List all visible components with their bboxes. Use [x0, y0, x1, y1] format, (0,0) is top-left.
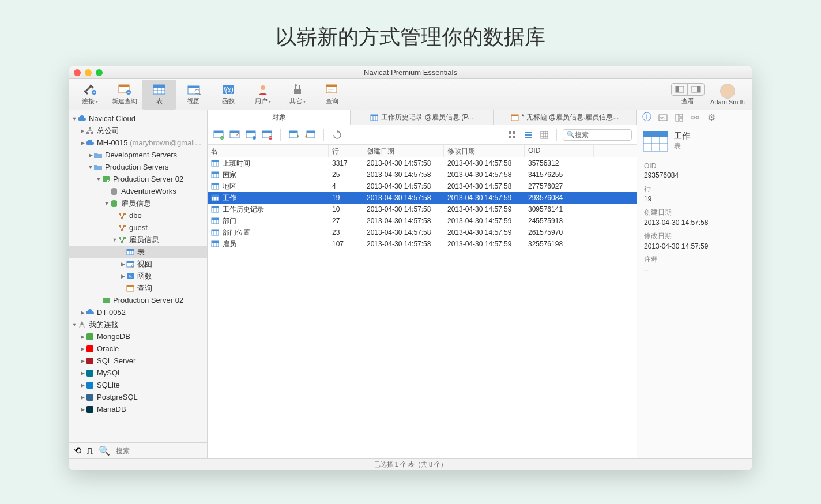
- user-button[interactable]: 用户▾: [246, 80, 280, 110]
- view-segment[interactable]: 查看: [671, 83, 705, 106]
- table-list[interactable]: 上班时间33172013-04-30 14:57:582013-04-30 14…: [208, 157, 637, 458]
- tree-item[interactable]: ▼雇员信息: [69, 197, 207, 209]
- settings-icon[interactable]: ⚙: [706, 112, 717, 123]
- tree-item[interactable]: ▶fx函数: [69, 270, 207, 282]
- table-row[interactable]: 部门272013-04-30 14:57:582013-04-30 14:57:…: [208, 215, 637, 227]
- view-left-icon[interactable]: [672, 84, 688, 95]
- table-button[interactable]: 表: [142, 80, 176, 110]
- svg-rect-99: [513, 131, 515, 134]
- svg-rect-67: [103, 298, 110, 303]
- col-oid[interactable]: OID: [525, 145, 594, 157]
- export-icon[interactable]: [304, 129, 317, 141]
- col-name[interactable]: 名: [208, 145, 329, 157]
- svg-rect-123: [212, 195, 219, 197]
- query-button[interactable]: 查询: [315, 80, 349, 110]
- function-button[interactable]: f(x) 函数: [211, 80, 246, 110]
- tree-item[interactable]: dbo: [69, 209, 207, 221]
- tree-item[interactable]: ▶MH-0015 (marybrown@gmail...: [69, 137, 207, 149]
- col-modified[interactable]: 修改日期: [444, 145, 525, 157]
- table-row[interactable]: 国家252013-04-30 14:57:582013-04-30 14:57:…: [208, 169, 637, 180]
- tab[interactable]: 工作历史记录 @雇员信息 (P...: [351, 110, 494, 125]
- detail-view-icon[interactable]: [538, 129, 551, 141]
- object-search[interactable]: 🔍: [563, 129, 632, 141]
- tree-item[interactable]: ▶MariaDB: [69, 403, 207, 415]
- cloud2-icon: [85, 308, 95, 317]
- tab[interactable]: 对象: [208, 110, 351, 125]
- tree-item[interactable]: ▼Navicat Cloud: [69, 112, 207, 125]
- tree-item[interactable]: ▶SQLite: [69, 379, 207, 391]
- grid-view-icon[interactable]: [506, 129, 518, 141]
- svg-rect-105: [541, 131, 548, 138]
- svg-rect-57: [127, 249, 134, 251]
- svg-rect-146: [680, 118, 683, 121]
- preview-icon[interactable]: [674, 112, 684, 123]
- svg-rect-144: [676, 114, 679, 121]
- sidebar-search-input[interactable]: [116, 447, 202, 455]
- table-icon: [370, 114, 378, 121]
- tree-item[interactable]: ▼我的连接: [69, 318, 207, 330]
- view-button[interactable]: 视图: [176, 80, 211, 110]
- ddl-icon[interactable]: DDL: [658, 112, 668, 123]
- tree-item[interactable]: ▶Oracle: [69, 343, 207, 355]
- table-icon: [211, 240, 219, 247]
- relation-icon[interactable]: [690, 112, 701, 123]
- svg-rect-97: [307, 131, 315, 133]
- other-button[interactable]: 其它▾: [280, 80, 315, 110]
- tree-item[interactable]: 表: [69, 246, 207, 258]
- schema-icon: [118, 211, 127, 220]
- delete-table-icon[interactable]: [261, 129, 273, 141]
- tab[interactable]: * 无标题 @雇员信息.雇员信息...: [494, 110, 637, 125]
- activity-icon[interactable]: ⎍: [87, 446, 93, 456]
- svg-rect-32: [91, 132, 93, 134]
- search-icon: 🔍: [99, 445, 110, 456]
- tree-item[interactable]: ▶MongoDB: [69, 330, 207, 343]
- table-row[interactable]: 上班时间33172013-04-30 14:57:582013-04-30 14…: [208, 157, 637, 169]
- tree-item[interactable]: 查询: [69, 282, 207, 294]
- tree-item[interactable]: ▼雇员信息: [69, 234, 207, 246]
- tree-item[interactable]: guest: [69, 221, 207, 234]
- svg-rect-31: [86, 132, 89, 134]
- user-avatar[interactable]: Adam Smith: [710, 84, 745, 106]
- col-rows[interactable]: 行: [329, 145, 363, 157]
- search-icon: 🔍: [567, 131, 575, 138]
- table-row[interactable]: 工作192013-04-30 14:57:582013-04-30 14:57:…: [208, 192, 637, 204]
- app-window: Navicat Premium Essentials + 连接▾ + 新建查询 …: [69, 66, 752, 470]
- tree-item[interactable]: ▶PostgreSQL: [69, 391, 207, 403]
- new-table-icon[interactable]: [244, 129, 257, 141]
- sync-icon[interactable]: ⟲: [74, 445, 81, 456]
- table-icon: [211, 217, 219, 224]
- import-icon[interactable]: [288, 129, 300, 141]
- tree-item[interactable]: ▶DT-0052: [69, 306, 207, 318]
- svg-rect-95: [289, 131, 297, 133]
- view-right-icon[interactable]: [688, 84, 704, 95]
- table-row[interactable]: 雇员1072013-04-30 14:57:582013-04-30 14:57…: [208, 238, 637, 250]
- tree-item[interactable]: ▼Production Server 02: [69, 173, 207, 185]
- info-icon[interactable]: ⓘ: [642, 112, 652, 123]
- svg-rect-3: [119, 85, 129, 87]
- table-row[interactable]: 工作历史记录102013-04-30 14:57:582013-04-30 14…: [208, 204, 637, 215]
- tree-item[interactable]: ▶SQL Server: [69, 355, 207, 367]
- design-table-icon[interactable]: [228, 129, 241, 141]
- connection-tree[interactable]: ▼Navicat Cloud▶总公司▶MH-0015 (marybrown@gm…: [69, 110, 207, 442]
- svg-rect-48: [121, 229, 123, 231]
- tree-item[interactable]: ▶总公司: [69, 125, 207, 137]
- connect-button[interactable]: + 连接▾: [73, 80, 107, 110]
- col-created[interactable]: 创建日期: [363, 145, 444, 157]
- tree-item[interactable]: ▶Development Servers: [69, 149, 207, 161]
- new-query-button[interactable]: + 新建查询: [107, 80, 142, 110]
- table-row[interactable]: 地区42013-04-30 14:57:582013-04-30 14:57:5…: [208, 180, 637, 192]
- tree-item[interactable]: ▶视图: [69, 258, 207, 270]
- tab-bar: 对象工作历史记录 @雇员信息 (P...* 无标题 @雇员信息.雇员信息...: [208, 110, 637, 125]
- object-search-input[interactable]: [575, 131, 621, 139]
- tree-item[interactable]: ▼Production Servers: [69, 161, 207, 173]
- svg-point-21: [295, 84, 297, 86]
- tree-item[interactable]: AdventureWorks: [69, 185, 207, 197]
- open-table-icon[interactable]: +: [212, 129, 225, 141]
- refresh-icon[interactable]: [331, 129, 344, 141]
- svg-line-44: [120, 215, 122, 217]
- list-view-icon[interactable]: [522, 129, 534, 141]
- tree-item[interactable]: Production Server 02: [69, 294, 207, 306]
- table-row[interactable]: 部门位置232013-04-30 14:57:582013-04-30 14:5…: [208, 227, 637, 238]
- svg-rect-88: [246, 131, 255, 133]
- tree-item[interactable]: ▶MySQL: [69, 367, 207, 379]
